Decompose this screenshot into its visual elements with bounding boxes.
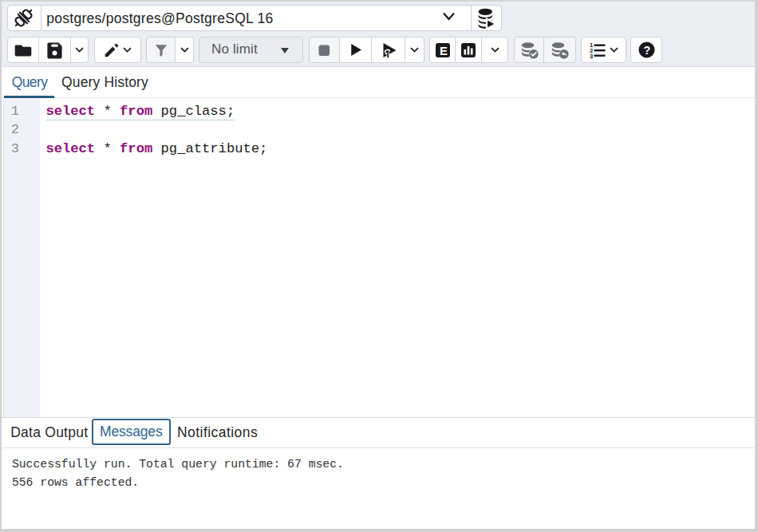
svg-text:E: E (440, 43, 448, 57)
svg-text:3: 3 (590, 53, 593, 60)
svg-text:?: ? (643, 44, 650, 57)
